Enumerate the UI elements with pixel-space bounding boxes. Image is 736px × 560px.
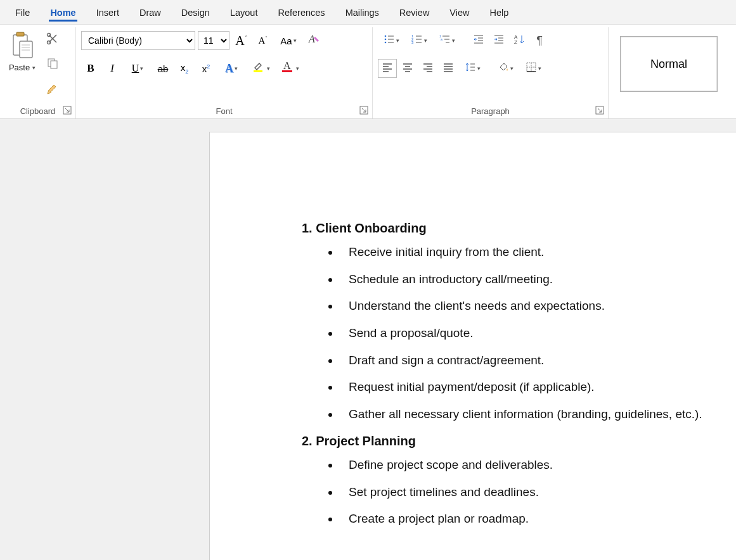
- tab-draw[interactable]: Draw: [129, 3, 171, 22]
- paste-label: Paste: [9, 63, 30, 72]
- svg-text:A: A: [283, 60, 291, 71]
- chevron-down-icon: ▾: [140, 65, 143, 72]
- underline-button[interactable]: U▾: [124, 59, 151, 78]
- list-item[interactable]: Send a proposal/quote.: [340, 326, 736, 341]
- italic-icon: I: [110, 62, 114, 75]
- section-heading[interactable]: 2. Project Planning: [302, 434, 736, 449]
- sort-button[interactable]: AZ: [510, 31, 529, 50]
- italic-button[interactable]: I: [103, 59, 122, 78]
- multilevel-list-button[interactable]: 1a▾: [434, 31, 460, 50]
- list-item[interactable]: Schedule an introductory call/meeting.: [340, 272, 736, 288]
- format-painter-button[interactable]: [43, 81, 62, 98]
- copy-button[interactable]: [43, 56, 62, 73]
- svg-rect-9: [51, 61, 57, 68]
- bold-button[interactable]: B: [81, 59, 100, 78]
- cut-button[interactable]: [43, 31, 62, 48]
- sort-icon: AZ: [513, 34, 525, 48]
- group-clipboard: Paste▾ Clip: [0, 27, 76, 118]
- svg-rect-12: [254, 70, 262, 72]
- align-left-button[interactable]: [378, 59, 397, 78]
- paint-bucket-icon: [498, 61, 509, 75]
- tab-references[interactable]: References: [268, 3, 335, 22]
- show-marks-button[interactable]: ¶: [530, 31, 549, 50]
- group-label-paragraph: Paragraph: [373, 106, 608, 116]
- subscript-icon: x2: [181, 62, 189, 75]
- tab-file[interactable]: File: [5, 3, 40, 22]
- align-right-icon: [422, 61, 434, 75]
- chevron-down-icon: ▾: [424, 37, 427, 44]
- svg-text:3: 3: [411, 41, 414, 44]
- borders-button[interactable]: ▾: [520, 59, 546, 78]
- font-color-button[interactable]: A ▾: [276, 59, 303, 78]
- superscript-button[interactable]: x2: [197, 59, 216, 78]
- tab-review[interactable]: Review: [389, 3, 440, 22]
- section-list: Define project scope and deliverables. S…: [302, 457, 736, 527]
- font-name-select[interactable]: Calibri (Body): [81, 31, 195, 50]
- chevron-down-icon: ▾: [267, 65, 270, 72]
- strikethrough-icon: ab: [158, 63, 169, 74]
- page[interactable]: 1. Client Onboarding Receive initial inq…: [209, 132, 736, 560]
- bullets-button[interactable]: ▾: [378, 31, 404, 50]
- list-item[interactable]: Understand the client's needs and expect…: [340, 298, 736, 314]
- font-size-select[interactable]: 11: [198, 31, 229, 50]
- copy-icon: [46, 57, 59, 72]
- section-heading[interactable]: 1. Client Onboarding: [302, 221, 736, 236]
- change-case-icon: Aa: [280, 35, 292, 46]
- list-item[interactable]: Request initial payment/deposit (if appl…: [340, 379, 736, 395]
- line-spacing-button[interactable]: ▾: [459, 59, 486, 78]
- align-center-button[interactable]: [398, 59, 417, 78]
- list-item[interactable]: Create a project plan or roadmap.: [340, 511, 736, 527]
- align-left-icon: [382, 61, 393, 75]
- svg-point-16: [384, 35, 386, 37]
- numbering-button[interactable]: 123▾: [406, 31, 432, 50]
- paste-button[interactable]: Paste▾: [5, 29, 39, 98]
- align-right-button[interactable]: [418, 59, 437, 78]
- grow-font-button[interactable]: A˄: [232, 31, 251, 50]
- document-area[interactable]: 1. Client Onboarding Receive initial inq…: [0, 119, 736, 560]
- multilevel-list-icon: 1a: [439, 34, 451, 48]
- increase-indent-button[interactable]: [489, 31, 508, 50]
- group-paragraph: ▾ 123▾ 1a▾ AZ ¶: [373, 27, 609, 118]
- increase-font-icon: A˄: [235, 34, 247, 48]
- tab-help[interactable]: Help: [480, 3, 519, 22]
- tab-home[interactable]: Home: [40, 3, 86, 22]
- change-case-button[interactable]: Aa▾: [275, 31, 302, 50]
- shrink-font-button[interactable]: A˅: [254, 31, 273, 50]
- list-item[interactable]: Define project scope and deliverables.: [340, 457, 736, 473]
- subscript-button[interactable]: x2: [175, 59, 194, 78]
- tab-insert[interactable]: Insert: [86, 3, 129, 22]
- list-item[interactable]: Gather all necessary client information …: [340, 407, 736, 423]
- outdent-icon: [473, 34, 484, 48]
- menu-tabs: File Home Insert Draw Design Layout Refe…: [0, 0, 736, 24]
- svg-text:Z: Z: [514, 39, 517, 45]
- strikethrough-button[interactable]: ab: [153, 59, 172, 78]
- clear-formatting-button[interactable]: A: [304, 31, 323, 50]
- tab-design[interactable]: Design: [171, 3, 220, 22]
- tab-layout[interactable]: Layout: [220, 3, 268, 22]
- shading-button[interactable]: ▾: [492, 59, 519, 78]
- text-effects-button[interactable]: A▾: [218, 59, 245, 78]
- chevron-down-icon: ▾: [296, 65, 299, 72]
- indent-icon: [493, 34, 505, 48]
- chevron-down-icon: ▾: [477, 65, 481, 72]
- highlight-icon: [252, 60, 266, 77]
- clipboard-dialog-launcher[interactable]: [63, 106, 72, 115]
- list-item[interactable]: Set project timelines and deadlines.: [340, 485, 736, 500]
- svg-rect-2: [20, 41, 32, 58]
- font-dialog-launcher[interactable]: [359, 106, 368, 115]
- decrease-indent-button[interactable]: [469, 31, 488, 50]
- style-normal[interactable]: Normal: [620, 36, 718, 92]
- decrease-font-icon: A˅: [259, 35, 268, 46]
- paragraph-dialog-launcher[interactable]: [595, 106, 604, 115]
- svg-rect-1: [16, 32, 24, 36]
- list-item[interactable]: Draft and sign a contract/agreement.: [340, 353, 736, 369]
- group-styles: Normal: [609, 27, 729, 118]
- svg-text:A: A: [308, 34, 315, 44]
- chevron-down-icon: ▾: [452, 37, 455, 44]
- tab-mailings[interactable]: Mailings: [335, 3, 389, 22]
- list-item[interactable]: Receive initial inquiry from the client.: [340, 245, 736, 260]
- justify-button[interactable]: [439, 59, 458, 78]
- highlight-button[interactable]: ▾: [247, 59, 274, 78]
- tab-view[interactable]: View: [439, 3, 479, 22]
- svg-point-18: [384, 42, 386, 44]
